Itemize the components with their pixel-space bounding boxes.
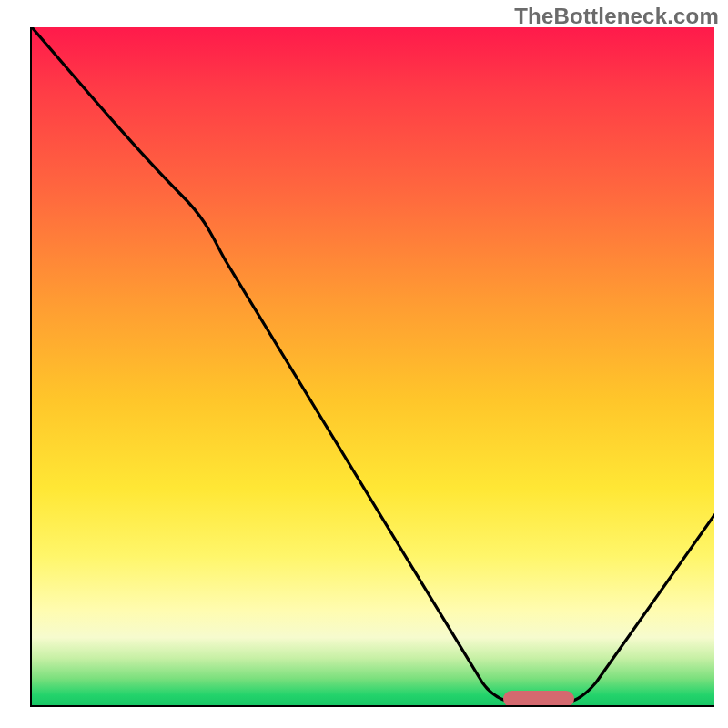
y-axis-line [30,27,32,707]
plot-area [32,27,714,705]
bottleneck-curve [32,27,714,704]
x-axis-line [32,705,714,707]
curve-svg [32,27,714,705]
watermark-text: TheBottleneck.com [514,4,719,29]
